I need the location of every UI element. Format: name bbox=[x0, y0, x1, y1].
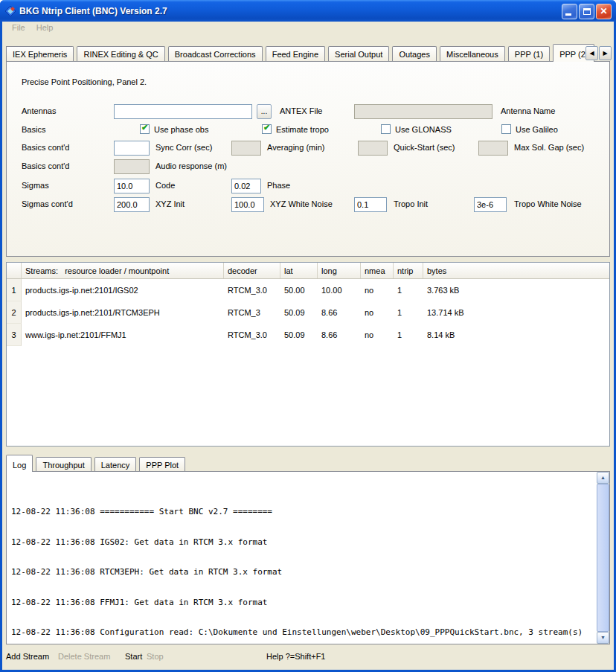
phase-label: Phase bbox=[267, 181, 290, 190]
tab-ppp-plot[interactable]: PPP Plot bbox=[139, 457, 185, 471]
log-scrollbar[interactable]: ▲ ▼ bbox=[597, 472, 609, 644]
cell-ntrip: 1 bbox=[394, 279, 423, 301]
chevron-right-icon: ▶ bbox=[603, 50, 607, 57]
sync-corr-input[interactable] bbox=[114, 141, 150, 156]
tab-scroll-right-button[interactable]: ▶ bbox=[599, 46, 612, 60]
estimate-tropo-label: Estimate tropo bbox=[276, 125, 329, 134]
menu-bar: File Help bbox=[2, 22, 614, 35]
arrow-up-icon: ▲ bbox=[600, 475, 606, 480]
table-row[interactable]: 1 products.igs-ip.net:2101/IGS02 RTCM_3.… bbox=[7, 279, 609, 301]
averaging-field bbox=[231, 141, 261, 156]
menu-file[interactable]: File bbox=[7, 22, 30, 33]
minimize-icon bbox=[565, 13, 571, 16]
cell-nmea: no bbox=[361, 279, 394, 301]
tropo-init-input[interactable] bbox=[354, 197, 387, 212]
cell-mountpoint: products.igs-ip.net:2101/IGS02 bbox=[22, 279, 224, 301]
quick-start-label: Quick-Start (sec) bbox=[394, 143, 455, 152]
code-label: Code bbox=[155, 181, 175, 190]
max-sol-gap-label: Max Sol. Gap (sec) bbox=[514, 143, 584, 152]
antennas-input[interactable] bbox=[114, 104, 252, 119]
xyz-init-input[interactable] bbox=[114, 197, 150, 212]
close-icon: ✕ bbox=[600, 6, 607, 16]
log-line: 12-08-22 11:36:08 IGS02: Get data in RTC… bbox=[11, 537, 593, 548]
tab-rinex-editing-qc[interactable]: RINEX Editing & QC bbox=[77, 46, 164, 61]
ppp2-panel: Precise Point Positioning, Panel 2. Ante… bbox=[6, 61, 610, 257]
use-galileo-label: Use Galileo bbox=[516, 125, 558, 134]
app-icon bbox=[4, 5, 16, 17]
tab-iex-ephemeris[interactable]: IEX Ephemeris bbox=[6, 46, 74, 61]
use-galileo-checkbox[interactable] bbox=[501, 124, 511, 134]
audio-response-field bbox=[114, 159, 150, 174]
log-line: 12-08-22 11:36:08 =========== Start BNC … bbox=[11, 507, 593, 517]
cell-mountpoint: products.igs-ip.net:2101/RTCM3EPH bbox=[22, 301, 224, 324]
window-controls: ✕ bbox=[562, 4, 612, 19]
header-gutter bbox=[7, 263, 22, 278]
streams-table: Streams: resource loader / mountpoint de… bbox=[6, 262, 610, 447]
maximize-icon bbox=[583, 8, 591, 15]
menu-help[interactable]: Help bbox=[32, 22, 58, 33]
sigmas-contd-label: Sigmas cont'd bbox=[22, 199, 73, 208]
tab-latency[interactable]: Latency bbox=[94, 457, 137, 471]
sync-corr-label: Sync Corr (sec) bbox=[155, 143, 212, 152]
row-number[interactable]: 3 bbox=[7, 324, 22, 346]
cell-lat: 50.00 bbox=[280, 279, 318, 301]
max-sol-gap-field bbox=[478, 141, 508, 156]
use-phase-obs-checkbox[interactable]: ✔ bbox=[140, 124, 150, 134]
antennas-label: Antennas bbox=[22, 106, 56, 115]
header-ntrip: ntrip bbox=[394, 263, 423, 278]
basics-contd-label: Basics cont'd bbox=[22, 143, 69, 152]
cell-ntrip: 1 bbox=[394, 301, 423, 324]
tab-miscellaneous[interactable]: Miscellaneous bbox=[440, 46, 505, 61]
header-bytes: bytes bbox=[423, 263, 609, 278]
antenna-name-field bbox=[354, 104, 493, 119]
sigmas-label: Sigmas bbox=[22, 181, 49, 190]
tab-serial-output[interactable]: Serial Output bbox=[328, 46, 389, 61]
cell-long: 8.66 bbox=[318, 301, 361, 324]
tab-throughput[interactable]: Throughput bbox=[36, 457, 91, 471]
sigma-phase-input[interactable] bbox=[231, 179, 261, 193]
tab-broadcast-corrections[interactable]: Broadcast Corrections bbox=[168, 46, 263, 61]
cell-decoder: RTCM_3 bbox=[224, 301, 280, 324]
cell-lat: 50.09 bbox=[280, 301, 318, 324]
maximize-button[interactable] bbox=[579, 4, 594, 19]
tab-ppp-1[interactable]: PPP (1) bbox=[508, 46, 550, 61]
arrow-down-icon: ▼ bbox=[600, 635, 606, 640]
close-button[interactable]: ✕ bbox=[596, 4, 612, 19]
start-button[interactable]: Start bbox=[125, 652, 142, 661]
row-number[interactable]: 2 bbox=[7, 301, 22, 324]
tab-log[interactable]: Log bbox=[6, 455, 33, 472]
log-tab-bar: Log Throughput Latency PPP Plot bbox=[6, 455, 610, 472]
scroll-down-button[interactable]: ▼ bbox=[597, 632, 609, 644]
scrollbar-thumb[interactable] bbox=[597, 484, 609, 632]
cell-bytes: 8.14 kB bbox=[423, 324, 609, 346]
cell-decoder: RTCM_3.0 bbox=[224, 279, 280, 301]
title-bar[interactable]: BKG Ntrip Client (BNC) Version 2.7 ✕ bbox=[0, 0, 616, 22]
table-row[interactable]: 3 www.igs-ip.net:2101/FFMJ1 RTCM_3.0 50.… bbox=[7, 324, 609, 346]
tropo-white-noise-input[interactable] bbox=[474, 197, 507, 212]
use-glonass-checkbox[interactable] bbox=[381, 124, 391, 134]
tab-outages[interactable]: Outages bbox=[392, 46, 437, 61]
header-mountpoint: Streams: resource loader / mountpoint bbox=[22, 263, 224, 278]
antex-browse-button[interactable]: ... bbox=[257, 104, 272, 119]
use-phase-obs-label: Use phase obs bbox=[154, 125, 208, 134]
delete-stream-button[interactable]: Delete Stream bbox=[58, 652, 110, 661]
row-number[interactable]: 1 bbox=[7, 279, 22, 301]
xyz-white-noise-input[interactable] bbox=[231, 197, 264, 212]
header-decoder: decoder bbox=[224, 263, 280, 278]
table-row[interactable]: 2 products.igs-ip.net:2101/RTCM3EPH RTCM… bbox=[7, 301, 609, 324]
tropo-init-label: Tropo Init bbox=[394, 199, 428, 208]
header-long: long bbox=[318, 263, 361, 278]
stop-button[interactable]: Stop bbox=[147, 652, 164, 661]
basics-contd2-label: Basics cont'd bbox=[22, 161, 69, 170]
sigma-code-input[interactable] bbox=[114, 179, 150, 193]
add-stream-button[interactable]: Add Stream bbox=[6, 652, 49, 661]
quick-start-field bbox=[358, 141, 388, 156]
cell-lat: 50.09 bbox=[280, 324, 318, 346]
scroll-up-button[interactable]: ▲ bbox=[597, 472, 609, 484]
minimize-button[interactable] bbox=[562, 4, 577, 19]
panel-caption: Precise Point Positioning, Panel 2. bbox=[22, 77, 147, 86]
tab-feed-engine[interactable]: Feed Engine bbox=[266, 46, 325, 61]
log-line: 12-08-22 11:36:08 FFMJ1: Get data in RTC… bbox=[11, 598, 593, 608]
tab-scroll-left-button[interactable]: ◀ bbox=[585, 46, 598, 60]
estimate-tropo-checkbox[interactable]: ✔ bbox=[262, 124, 272, 134]
